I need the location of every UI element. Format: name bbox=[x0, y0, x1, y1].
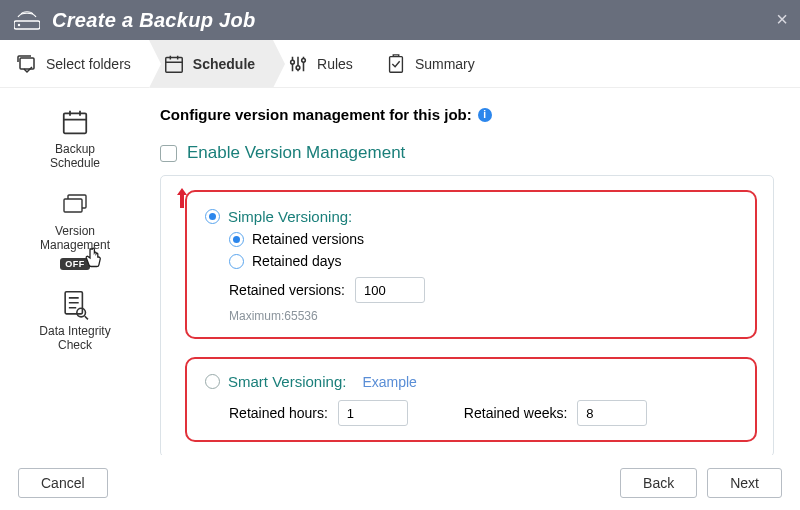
next-button[interactable]: Next bbox=[707, 468, 782, 498]
versions-stack-icon bbox=[59, 188, 91, 220]
svg-rect-6 bbox=[389, 56, 402, 72]
sliders-icon bbox=[287, 53, 309, 75]
retained-weeks-label: Retained weeks: bbox=[464, 405, 568, 421]
svg-point-3 bbox=[291, 60, 295, 64]
svg-rect-2 bbox=[166, 57, 183, 72]
step-summary[interactable]: Summary bbox=[371, 40, 493, 87]
annotation-arrow-up-icon bbox=[175, 186, 189, 215]
content-heading: Configure version management for this jo… bbox=[160, 106, 472, 123]
retained-weeks-input[interactable] bbox=[577, 400, 647, 426]
info-icon[interactable]: i bbox=[478, 108, 492, 122]
sidenav-label: Data Integrity Check bbox=[39, 324, 110, 352]
step-label: Select folders bbox=[46, 56, 131, 72]
radio-retained-days[interactable] bbox=[229, 254, 244, 269]
smart-versioning-highlight: Smart Versioning: Example Retained hours… bbox=[185, 357, 757, 442]
clipboard-check-icon bbox=[385, 53, 407, 75]
example-link[interactable]: Example bbox=[362, 374, 416, 390]
retained-hours-input[interactable] bbox=[338, 400, 408, 426]
radio-simple-versioning[interactable] bbox=[205, 209, 220, 224]
smart-versioning-title: Smart Versioning: bbox=[228, 373, 346, 390]
side-nav: Backup Schedule Version Management OFF D… bbox=[0, 88, 150, 455]
simple-versioning-title: Simple Versioning: bbox=[228, 208, 352, 225]
retained-versions-input[interactable] bbox=[355, 277, 425, 303]
drive-icon bbox=[14, 9, 40, 31]
svg-point-4 bbox=[296, 65, 300, 69]
close-icon[interactable]: × bbox=[776, 8, 788, 31]
step-rules[interactable]: Rules bbox=[273, 40, 371, 87]
wizard-steps: Select folders Schedule Rules Summary bbox=[0, 40, 800, 88]
version-options-panel: Simple Versioning: Retained versions Ret… bbox=[160, 175, 774, 455]
radio-retained-versions[interactable] bbox=[229, 232, 244, 247]
calendar-clock-icon bbox=[60, 106, 90, 138]
step-label: Rules bbox=[317, 56, 353, 72]
step-label: Summary bbox=[415, 56, 475, 72]
retained-versions-field-label: Retained versions: bbox=[229, 282, 345, 298]
folders-icon bbox=[14, 52, 38, 76]
svg-rect-7 bbox=[64, 113, 87, 133]
svg-point-11 bbox=[77, 308, 86, 317]
titlebar: Create a Backup Job × bbox=[0, 0, 800, 40]
off-badge: OFF bbox=[60, 258, 90, 270]
clipboard-search-icon bbox=[60, 288, 90, 320]
sidenav-label: Backup Schedule bbox=[50, 142, 100, 170]
dialog-footer: Cancel Back Next bbox=[0, 455, 800, 510]
sidenav-backup-schedule[interactable]: Backup Schedule bbox=[50, 106, 100, 170]
sidenav-label: Version Management bbox=[40, 224, 110, 252]
simple-versioning-highlight: Simple Versioning: Retained versions Ret… bbox=[185, 190, 757, 339]
opt-retained-versions-label: Retained versions bbox=[252, 231, 364, 247]
sidenav-version-management[interactable]: Version Management OFF bbox=[40, 188, 110, 270]
svg-point-0 bbox=[18, 24, 20, 26]
sidenav-data-integrity[interactable]: Data Integrity Check bbox=[39, 288, 110, 352]
enable-version-label: Enable Version Management bbox=[187, 143, 405, 163]
max-note: Maximum:65536 bbox=[229, 309, 737, 323]
svg-rect-9 bbox=[64, 199, 82, 212]
step-label: Schedule bbox=[193, 56, 255, 72]
step-schedule[interactable]: Schedule bbox=[149, 40, 273, 87]
cancel-button[interactable]: Cancel bbox=[18, 468, 108, 498]
radio-smart-versioning[interactable] bbox=[205, 374, 220, 389]
back-button[interactable]: Back bbox=[620, 468, 697, 498]
calendar-icon bbox=[163, 53, 185, 75]
step-select-folders[interactable]: Select folders bbox=[0, 40, 149, 87]
dialog-title: Create a Backup Job bbox=[52, 9, 256, 32]
opt-retained-days-label: Retained days bbox=[252, 253, 342, 269]
enable-version-checkbox[interactable] bbox=[160, 145, 177, 162]
retained-hours-label: Retained hours: bbox=[229, 405, 328, 421]
svg-point-5 bbox=[302, 58, 306, 62]
